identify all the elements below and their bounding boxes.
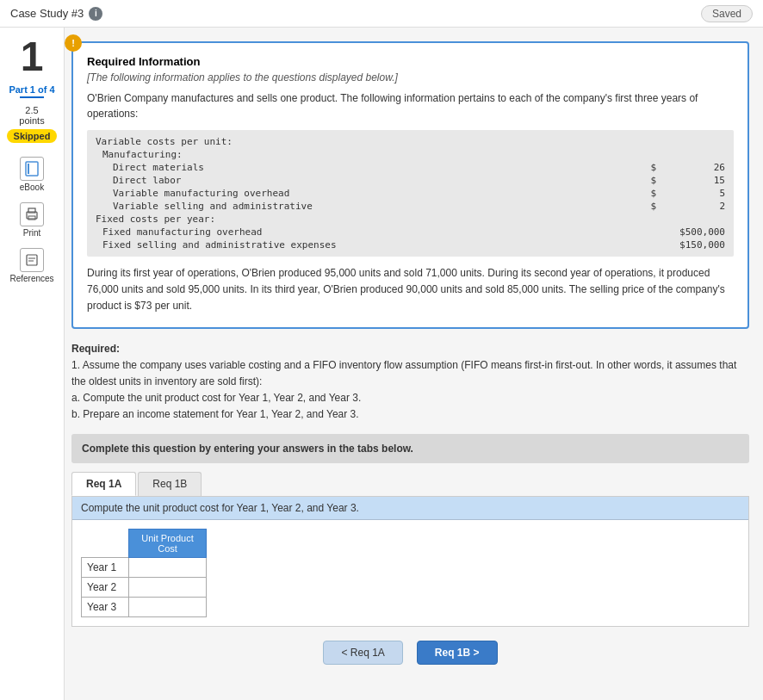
answer-table: Unit ProductCost Year 1 Year 2 bbox=[81, 529, 207, 617]
ebook-icon bbox=[20, 157, 44, 181]
data-table-wrapper: Variable costs per unit: Manufacturing: … bbox=[87, 130, 734, 257]
info-box: ! Required Information [The following in… bbox=[71, 41, 749, 329]
year1-label: Year 1 bbox=[82, 557, 129, 577]
required-info-title: Required Information bbox=[87, 55, 734, 68]
header-title: Case Study #3 bbox=[10, 7, 84, 20]
sidebar: 1 Part 1 of 4 2.5 points Skipped eBook P… bbox=[0, 28, 65, 700]
year2-input[interactable] bbox=[134, 580, 201, 594]
references-icon bbox=[20, 248, 44, 272]
year3-input[interactable] bbox=[134, 600, 201, 614]
ebook-label: eBook bbox=[20, 183, 44, 192]
tab-instruction: Compute the unit product cost for Year 1… bbox=[72, 497, 748, 520]
italic-note: [The following information applies to th… bbox=[87, 71, 734, 84]
required-section: Required: 1. Assume the company uses var… bbox=[71, 341, 749, 424]
complete-text: Complete this question by entering your … bbox=[82, 443, 413, 455]
skipped-badge[interactable]: Skipped bbox=[7, 129, 58, 143]
content-area: ! Required Information [The following in… bbox=[65, 28, 763, 700]
next-button[interactable]: Req 1B > bbox=[417, 641, 498, 665]
unit-product-cost-header: Unit ProductCost bbox=[129, 529, 207, 557]
table-row-year2: Year 2 bbox=[82, 577, 207, 597]
part-underline bbox=[20, 96, 44, 98]
required-label: Required: bbox=[71, 343, 120, 355]
intro-text: O'Brien Company manufactures and sells o… bbox=[87, 90, 734, 121]
answer-table-wrapper: Unit ProductCost Year 1 Year 2 bbox=[72, 520, 748, 626]
sidebar-item-references[interactable]: References bbox=[9, 248, 53, 283]
required-line-2: a. Compute the unit product cost for Yea… bbox=[71, 392, 361, 404]
tab-content: Compute the unit product cost for Year 1… bbox=[71, 497, 749, 627]
table-row: Direct materials $26 bbox=[92, 161, 729, 174]
required-line-3: b. Prepare an income statement for Year … bbox=[71, 408, 359, 420]
references-label: References bbox=[9, 274, 53, 283]
year3-input-cell[interactable] bbox=[129, 597, 207, 616]
svg-rect-5 bbox=[27, 255, 37, 265]
year2-label: Year 2 bbox=[82, 577, 129, 597]
table-row: Variable manufacturing overhead $5 bbox=[92, 187, 729, 200]
question-number: 1 bbox=[21, 36, 44, 77]
alert-icon: ! bbox=[65, 34, 82, 52]
table-row: Variable costs per unit: bbox=[92, 135, 729, 148]
table-row-year3: Year 3 bbox=[82, 597, 207, 616]
bottom-nav: < Req 1A Req 1B > bbox=[71, 641, 749, 665]
year2-input-cell[interactable] bbox=[129, 577, 207, 597]
print-icon bbox=[20, 202, 44, 226]
table-row: Variable selling and administrative $2 bbox=[92, 200, 729, 213]
points-label: 2.5 points bbox=[19, 105, 44, 126]
sidebar-item-ebook[interactable]: eBook bbox=[20, 157, 44, 192]
tab-req1a[interactable]: Req 1A bbox=[71, 472, 136, 496]
info-icon[interactable]: i bbox=[89, 7, 102, 21]
data-table: Variable costs per unit: Manufacturing: … bbox=[92, 135, 729, 251]
table-row: Direct labor $15 bbox=[92, 174, 729, 187]
tab-req1b[interactable]: Req 1B bbox=[138, 472, 202, 496]
svg-rect-1 bbox=[28, 164, 29, 174]
saved-button[interactable]: Saved bbox=[701, 5, 753, 22]
empty-header-cell bbox=[82, 529, 129, 557]
table-row: Fixed manufacturing overhead $500,000 bbox=[92, 226, 729, 238]
sidebar-item-print[interactable]: Print bbox=[20, 202, 44, 238]
header-title-area: Case Study #3 i bbox=[10, 7, 102, 21]
year1-input[interactable] bbox=[134, 561, 201, 574]
table-row: Manufacturing: bbox=[92, 148, 729, 161]
app-header: Case Study #3 i Saved bbox=[0, 0, 763, 28]
year3-label: Year 3 bbox=[82, 597, 129, 616]
prev-button[interactable]: < Req 1A bbox=[323, 641, 402, 665]
complete-box: Complete this question by entering your … bbox=[71, 434, 749, 463]
footer-text: During its first year of operations, O'B… bbox=[87, 265, 734, 315]
print-label: Print bbox=[23, 228, 41, 238]
table-row-year1: Year 1 bbox=[82, 557, 207, 577]
table-row: Fixed costs per year: bbox=[92, 213, 729, 226]
tabs-row: Req 1A Req 1B bbox=[71, 472, 749, 497]
main-layout: 1 Part 1 of 4 2.5 points Skipped eBook P… bbox=[0, 28, 763, 700]
table-row: Fixed selling and administrative expense… bbox=[92, 238, 729, 251]
part-label: Part 1 of 4 bbox=[9, 84, 54, 95]
required-line-1: 1. Assume the company uses variable cost… bbox=[71, 359, 736, 387]
year1-input-cell[interactable] bbox=[129, 557, 207, 577]
